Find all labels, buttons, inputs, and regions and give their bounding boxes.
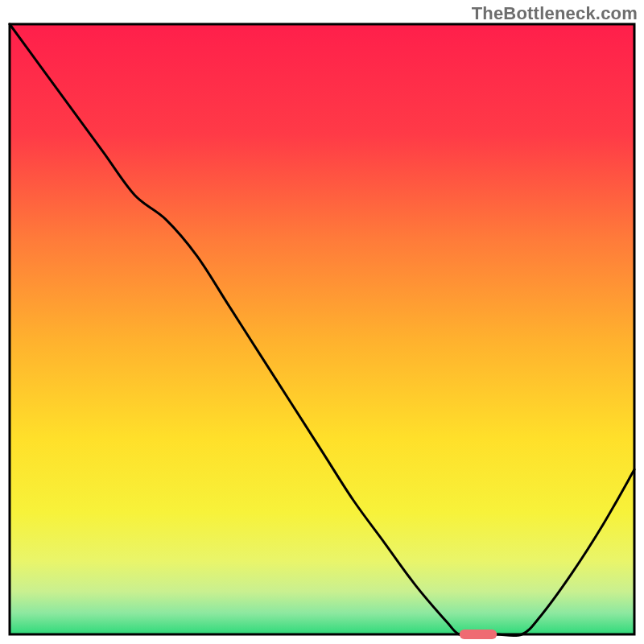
bottleneck-chart: TheBottleneck.com bbox=[0, 0, 644, 644]
watermark-text: TheBottleneck.com bbox=[472, 3, 638, 24]
plot-background bbox=[10, 24, 634, 634]
optimal-marker bbox=[460, 630, 497, 639]
chart-svg bbox=[0, 0, 644, 644]
